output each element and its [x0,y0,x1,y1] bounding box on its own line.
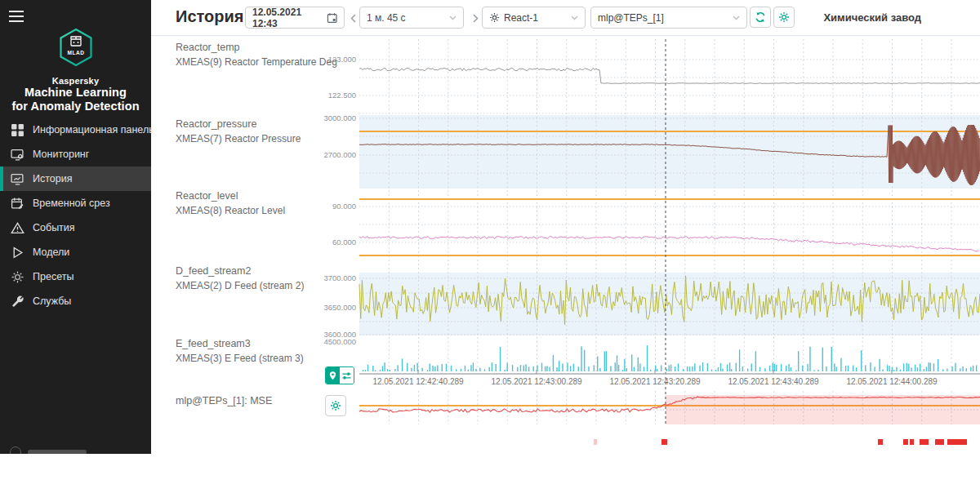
sidebar-item-label: Мониторинг [33,149,89,160]
plant-label: Химический завод [823,11,921,24]
app-root: MLAD Kaspersky Machine Learning for Anom… [0,0,980,493]
range-slider-button[interactable] [340,367,354,384]
sidebar-item-services[interactable]: Службы [0,289,151,313]
y-tick-label: 4500.000 [287,338,356,346]
svg-text:MLAD: MLAD [67,50,84,56]
y-tick-label: 3700.000 [287,274,356,282]
history-icon [11,172,24,186]
sidebar-item-label: Службы [33,295,71,307]
y-tick-label: 3000.000 [287,114,356,122]
x-tick-label: 12.05.2021 12:42:40.289 [353,377,483,386]
sidebar-item-label: События [33,222,75,233]
device-value: React-1 [504,12,538,24]
refresh-button[interactable] [750,7,771,28]
chevron-down-icon [571,16,578,20]
signal-name: Reactor_level [176,189,285,202]
next-interval-button[interactable] [470,11,481,25]
sidebar-item-label: Временной срез [33,198,110,209]
device-select[interactable]: React-1 [482,7,586,29]
chart-row-label: Reactor_temp XMEAS(9) Reactor Temperatur… [176,41,337,69]
sidebar-item-label: Информационная панель [33,124,151,135]
models-icon [11,246,24,260]
x-tick-label: 12.05.2021 12:43:40.289 [708,377,839,386]
datetime-picker[interactable]: 12.05.2021 12:43 [245,7,345,29]
calendar-icon [327,12,337,24]
chevron-down-icon [449,16,457,20]
interval-select[interactable]: 1 м. 45 с [359,7,464,29]
signal-description: XMEAS(2) D Feed (stream 2) [176,279,304,292]
datetime-value: 12.05.2021 12:43 [252,7,327,29]
sidebar-item-time-slice[interactable]: Временной срез [0,191,151,215]
signal-description: XMEAS(8) Reactor Level [176,204,285,217]
presets-icon [11,270,24,284]
settings-button[interactable] [773,7,795,28]
sidebar-item-history[interactable]: История [0,167,151,191]
sidebar: MLAD Kaspersky Machine Learning for Anom… [0,0,151,454]
cursor-tools [325,366,354,384]
signal-description: XMEAS(3) E Feed (stream 3) [176,352,304,365]
signal-name: D_feed_stream2 [176,264,304,278]
footer-text-placeholder [28,450,87,454]
y-tick-label: 2700.000 [287,151,356,159]
gear-icon [489,12,500,23]
mlad-logo-icon: MLAD [58,28,94,67]
interval-value: 1 м. 45 с [367,12,406,24]
monitoring-icon [11,148,24,162]
sidebar-item-models[interactable]: Модели [0,240,151,264]
info-circle-icon [10,446,21,454]
chart-row-label: D_feed_stream2 XMEAS(2) D Feed (stream 2… [176,264,304,292]
signal-name: Reactor_pressure [176,118,301,131]
chevron-down-icon [733,16,740,20]
sidebar-item-dashboard[interactable]: Информационная панель [0,118,151,142]
menu-toggle-button[interactable] [9,11,25,24]
signal-description: XMEAS(7) Reactor Pressure [176,132,301,145]
sidebar-nav: Информационная панель Мониторинг История… [0,118,151,313]
model-select[interactable]: mlp@TEPs_[1] [590,7,747,29]
sidebar-item-presets[interactable]: Пресеты [0,264,151,289]
sidebar-footer [10,443,87,454]
signal-name: Reactor_temp [176,41,337,54]
brand-line1: Machine Learning [0,86,151,100]
toolbar: История 12.05.2021 12:43 1 м. 45 с React… [151,0,980,36]
brand-block: MLAD Kaspersky Machine Learning for Anom… [0,28,151,113]
sidebar-item-label: Пресеты [33,271,74,282]
sidebar-item-monitoring[interactable]: Мониторинг [0,142,151,167]
sidebar-item-events[interactable]: События [0,215,151,240]
map-pin-icon [328,371,337,381]
sliders-icon [341,371,352,381]
chevron-left-icon [350,14,356,23]
x-tick-label: 12.05.2021 12:43:00.289 [471,377,602,386]
chevron-right-icon [473,14,479,23]
chart-row-label: E_feed_stream3 XMEAS(3) E Feed (stream 3… [176,337,304,365]
x-tick-label: 12.05.2021 12:43:20.289 [590,377,720,386]
signal-name: E_feed_stream3 [176,337,304,350]
mse-row-label: mlp@TEPs_[1]: MSE [176,394,272,407]
pin-button[interactable] [326,367,340,384]
chart-row-label: Reactor_pressure XMEAS(7) Reactor Pressu… [176,118,301,145]
sidebar-item-label: Модели [33,246,69,258]
y-tick-label: 122.500 [287,91,356,100]
chart-row-label: Reactor_level XMEAS(8) Reactor Level [176,189,285,217]
refresh-icon [755,11,766,23]
prev-interval-button[interactable] [347,11,359,25]
mse-settings-button[interactable] [325,395,346,416]
events-icon [11,221,24,235]
services-icon [11,295,24,309]
time-slice-icon [11,197,24,211]
gear-icon [330,400,341,411]
y-tick-label: 90.000 [287,202,356,211]
dashboard-icon [11,123,24,137]
brand-line2: for Anomaly Detection [0,100,151,113]
x-tick-label: 12.05.2021 12:44:00.289 [826,377,957,386]
model-value: mlp@TEPs_[1] [598,12,664,24]
mse-label: mlp@TEPs_[1]: MSE [176,394,272,407]
y-tick-label: 60.000 [287,238,356,246]
y-tick-label: 123.000 [287,56,356,64]
y-tick-label: 3650.000 [287,304,356,312]
page-title: История [176,7,243,26]
sidebar-item-label: История [33,173,72,184]
brand-kaspersky: Kaspersky [0,76,151,86]
gear-icon [778,11,790,23]
